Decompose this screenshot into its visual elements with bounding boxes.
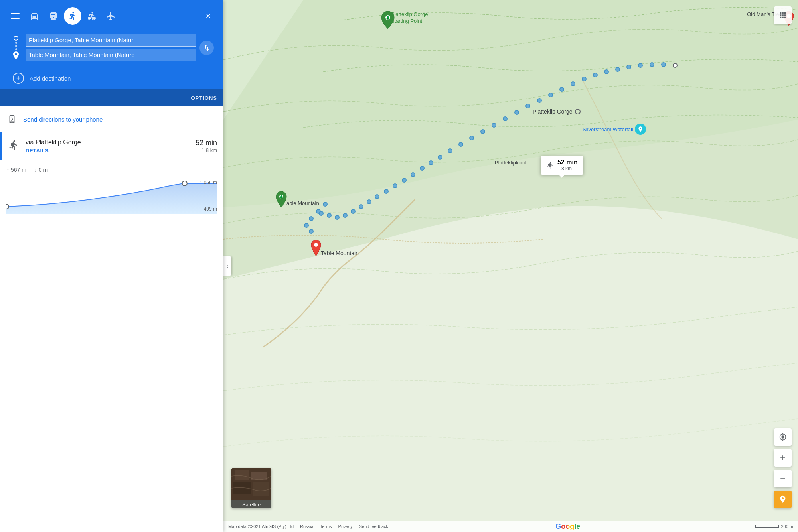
destination-input[interactable]	[26, 49, 196, 61]
map-area[interactable]: ‹ 🌲 Platteklip GorgeStarting Point Old M…	[223, 0, 798, 532]
route-dot	[503, 116, 508, 121]
route-dot	[429, 160, 433, 165]
options-bar: OPTIONS	[0, 89, 223, 106]
add-destination-label: Add destination	[30, 75, 71, 82]
route-dot	[367, 199, 371, 204]
options-button[interactable]: OPTIONS	[191, 95, 217, 101]
route-dot	[335, 215, 340, 220]
route-dot	[650, 62, 654, 67]
route-dot	[327, 213, 332, 218]
elevation-chart: — 1,066 m 499 m	[6, 178, 217, 214]
silverstream-container: Silverstream Waterfall	[583, 124, 646, 135]
google-logo: Google	[555, 522, 580, 531]
gorge-marker	[575, 109, 581, 114]
platteklip-gorge-map-label: Platteklip Gorge	[533, 108, 581, 115]
route-dot	[525, 104, 530, 108]
swap-button[interactable]	[200, 41, 214, 55]
route-dot	[480, 129, 485, 134]
platteklip-gorge-starting-label: Platteklip GorgeStarting Point	[391, 11, 428, 25]
scale-text: 200 m	[781, 524, 793, 529]
route-dot	[514, 110, 519, 115]
route-dot	[448, 148, 452, 153]
hamburger-button[interactable]	[6, 7, 24, 25]
russia-link[interactable]: Russia	[300, 524, 314, 529]
transit-mode-button[interactable]	[45, 7, 62, 25]
route-dot	[438, 155, 442, 160]
svg-point-3	[182, 181, 187, 186]
walk-mode-button[interactable]	[64, 7, 81, 25]
route-dot	[384, 189, 389, 194]
route-start-dot	[673, 63, 678, 68]
platteklip-gorge-text: Platteklip Gorge	[533, 108, 573, 115]
dot-2	[15, 45, 17, 47]
table-mountain-partial-label: able Mountain	[286, 200, 319, 206]
dot-1	[15, 42, 17, 44]
add-destination-icon: +	[13, 73, 24, 84]
route-option-info: via Platteklip Gorge DETAILS	[26, 139, 189, 154]
dot-3	[15, 48, 17, 50]
table-mountain-pin	[310, 240, 322, 258]
street-view-button[interactable]	[774, 491, 792, 508]
my-location-button[interactable]	[774, 428, 792, 446]
tooltip-duration: 52 min	[557, 159, 578, 166]
zoom-in-button[interactable]: +	[774, 449, 792, 467]
route-dot	[411, 172, 415, 177]
map-controls-top-right	[774, 6, 792, 24]
send-directions-row[interactable]: Send directions to your phone	[0, 106, 223, 132]
svg-rect-13	[235, 470, 249, 480]
table-mountain-label: Table Mountain	[321, 250, 359, 256]
route-inputs	[6, 30, 217, 67]
svg-text:—: —	[190, 181, 194, 186]
route-dot	[393, 183, 397, 188]
route-dot	[593, 73, 598, 77]
send-feedback-link[interactable]: Send feedback	[359, 524, 388, 529]
scale-bar-line	[755, 525, 779, 528]
svg-point-1	[93, 17, 96, 20]
drive-mode-button[interactable]	[26, 7, 43, 25]
route-dot	[582, 77, 587, 81]
route-dot	[458, 142, 463, 147]
details-link[interactable]: DETAILS	[26, 148, 189, 154]
zoom-out-button[interactable]: −	[774, 470, 792, 487]
route-dot	[492, 123, 496, 128]
add-destination-row[interactable]: + Add destination	[6, 67, 217, 89]
svg-point-0	[88, 17, 91, 20]
silverstream-label: Silverstream Waterfall	[583, 126, 633, 132]
cycle-mode-button[interactable]	[83, 7, 101, 25]
satellite-thumbnail[interactable]: Satellite	[231, 468, 271, 508]
route-dot	[604, 69, 609, 74]
route-dot	[420, 166, 425, 171]
grid-apps-button[interactable]	[774, 6, 792, 24]
tooltip-content: 52 min 1.8 km	[557, 159, 578, 171]
tooltip-distance: 1.8 km	[557, 166, 578, 171]
svg-point-11	[314, 243, 318, 247]
terms-link[interactable]: Terms	[320, 524, 332, 529]
route-duration: 52 min	[196, 139, 217, 147]
panel-header: × + Add desti	[0, 0, 223, 89]
route-overlay	[223, 0, 798, 532]
route-dot	[571, 81, 575, 86]
route-dot	[626, 65, 631, 69]
route-inputs-fields	[26, 34, 196, 61]
origin-input[interactable]	[26, 34, 196, 47]
svg-text:🌲: 🌲	[279, 195, 284, 199]
route-dot	[375, 194, 379, 199]
route-distance: 1.8 km	[196, 147, 217, 153]
route-dot	[304, 223, 309, 228]
origin-dot	[14, 36, 18, 41]
svg-text:🌲: 🌲	[385, 15, 391, 20]
close-button[interactable]: ×	[200, 7, 217, 25]
map-tooltip: 52 min 1.8 km	[541, 156, 583, 175]
route-dot	[351, 209, 356, 214]
send-phone-icon	[6, 114, 18, 125]
map-attribution: Map data ©2021 AfriGIS (Pty) Ltd Russia …	[223, 521, 798, 532]
elevation-low: 499 m	[204, 206, 217, 212]
destination-pin-icon	[13, 51, 19, 59]
flight-mode-button[interactable]	[102, 7, 120, 25]
privacy-link[interactable]: Privacy	[338, 524, 353, 529]
route-dot	[343, 213, 348, 218]
table-mountain-green-pin: 🌲	[275, 191, 287, 209]
panel-toggle-button[interactable]: ‹	[223, 256, 231, 276]
scale-bar: 200 m	[755, 524, 793, 529]
route-dot	[559, 87, 564, 92]
